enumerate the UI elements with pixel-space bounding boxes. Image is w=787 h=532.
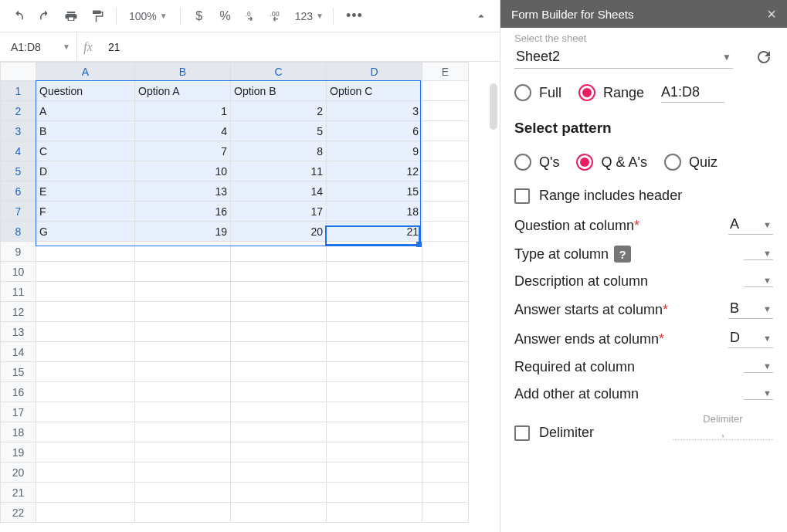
cell-E22[interactable] <box>422 503 469 523</box>
cell-A15[interactable] <box>36 362 135 382</box>
cell-E9[interactable] <box>422 242 469 262</box>
cell-B8[interactable]: 19 <box>135 222 231 242</box>
row-header-21[interactable]: 21 <box>1 483 36 503</box>
cell-A18[interactable] <box>36 422 135 442</box>
cell-B16[interactable] <box>135 382 231 402</box>
cell-C13[interactable] <box>231 322 327 342</box>
cell-C12[interactable] <box>231 302 327 322</box>
cell-C20[interactable] <box>231 463 327 483</box>
close-icon[interactable]: × <box>767 5 776 23</box>
cell-C2[interactable]: 2 <box>231 101 327 121</box>
cell-A4[interactable]: C <box>36 141 135 161</box>
cell-C14[interactable] <box>231 342 327 362</box>
more-toolbar-button[interactable]: ••• <box>341 8 368 24</box>
format-percent-button[interactable]: % <box>215 5 236 27</box>
cell-A17[interactable] <box>36 402 135 422</box>
cell-E14[interactable] <box>422 342 469 362</box>
cell-A1[interactable]: Question <box>36 81 135 101</box>
cell-A8[interactable]: G <box>36 222 135 242</box>
row-header-2[interactable]: 2 <box>1 101 36 121</box>
cell-A21[interactable] <box>36 483 135 503</box>
help-icon[interactable]: ? <box>614 246 631 263</box>
pattern-qas-radio[interactable]: Q & A's <box>576 154 646 171</box>
cell-A6[interactable]: E <box>36 181 135 202</box>
cell-D8[interactable]: 21 <box>327 222 422 242</box>
row-header-20[interactable]: 20 <box>1 463 36 483</box>
cell-D6[interactable]: 15 <box>327 181 422 202</box>
cell-A22[interactable] <box>36 503 135 523</box>
includes-header-checkbox[interactable]: Range includes header <box>514 188 773 204</box>
cell-A3[interactable]: B <box>36 121 135 141</box>
cell-B17[interactable] <box>135 402 231 422</box>
cell-D9[interactable] <box>327 242 422 262</box>
cell-E8[interactable] <box>422 222 469 242</box>
cell-C8[interactable]: 20 <box>231 222 327 242</box>
cell-E15[interactable] <box>422 362 469 382</box>
cell-E19[interactable] <box>422 442 469 463</box>
cell-B20[interactable] <box>135 463 231 483</box>
cell-C18[interactable] <box>231 422 327 442</box>
row-header-6[interactable]: 6 <box>1 181 36 202</box>
col-header-E[interactable]: E <box>422 63 469 81</box>
cell-E1[interactable] <box>422 81 469 101</box>
cell-A13[interactable] <box>36 322 135 342</box>
row-header-8[interactable]: 8 <box>1 222 36 242</box>
cell-E21[interactable] <box>422 483 469 503</box>
cell-C15[interactable] <box>231 362 327 382</box>
cell-D12[interactable] <box>327 302 422 322</box>
pattern-quiz-radio[interactable]: Quiz <box>664 154 717 171</box>
cell-E4[interactable] <box>422 141 469 161</box>
cell-B21[interactable] <box>135 483 231 503</box>
row-header-4[interactable]: 4 <box>1 141 36 161</box>
cell-E17[interactable] <box>422 402 469 422</box>
row-header-9[interactable]: 9 <box>1 242 36 262</box>
row-header-13[interactable]: 13 <box>1 322 36 342</box>
cell-E10[interactable] <box>422 262 469 282</box>
cell-A10[interactable] <box>36 262 135 282</box>
cell-B13[interactable] <box>135 322 231 342</box>
paint-format-button[interactable] <box>87 5 108 27</box>
cell-B7[interactable]: 16 <box>135 202 231 222</box>
cell-A12[interactable] <box>36 302 135 322</box>
redo-button[interactable] <box>34 5 56 27</box>
cell-E16[interactable] <box>422 382 469 402</box>
cell-C5[interactable]: 11 <box>231 161 327 181</box>
cell-E2[interactable] <box>422 101 469 121</box>
row-header-16[interactable]: 16 <box>1 382 36 402</box>
cell-B4[interactable]: 7 <box>135 141 231 161</box>
cell-A5[interactable]: D <box>36 161 135 181</box>
answer-start-select[interactable]: B▼ <box>728 300 773 319</box>
vertical-scrollbar[interactable] <box>490 83 497 130</box>
cell-E18[interactable] <box>422 422 469 442</box>
cell-C10[interactable] <box>231 262 327 282</box>
cell-C1[interactable]: Option B <box>231 81 327 101</box>
cell-A14[interactable] <box>36 342 135 362</box>
cell-B22[interactable] <box>135 503 231 523</box>
cell-D19[interactable] <box>327 442 422 463</box>
range-input[interactable] <box>661 83 724 103</box>
row-header-7[interactable]: 7 <box>1 202 36 222</box>
number-format-dropdown[interactable]: 123▼ <box>293 10 325 22</box>
cell-D1[interactable]: Option C <box>327 81 422 101</box>
mode-range-radio[interactable]: Range <box>578 84 644 101</box>
cell-E6[interactable] <box>422 181 469 202</box>
formula-input[interactable]: 21 <box>99 41 500 53</box>
cell-C11[interactable] <box>231 282 327 302</box>
col-header-A[interactable]: A <box>36 63 135 81</box>
row-header-5[interactable]: 5 <box>1 161 36 181</box>
cell-D14[interactable] <box>327 342 422 362</box>
sheet-select[interactable]: Sheet2▼ <box>514 46 733 69</box>
select-all-corner[interactable] <box>1 63 36 81</box>
cell-A7[interactable]: F <box>36 202 135 222</box>
row-header-12[interactable]: 12 <box>1 302 36 322</box>
cell-D17[interactable] <box>327 402 422 422</box>
cell-E7[interactable] <box>422 202 469 222</box>
cell-B18[interactable] <box>135 422 231 442</box>
cell-B1[interactable]: Option A <box>135 81 231 101</box>
delimiter-value[interactable]: , <box>673 425 773 440</box>
cell-B15[interactable] <box>135 362 231 382</box>
question-col-select[interactable]: A▼ <box>728 216 773 235</box>
decrease-decimal-button[interactable]: .0 <box>241 5 263 27</box>
cell-D13[interactable] <box>327 322 422 342</box>
cell-C3[interactable]: 5 <box>231 121 327 141</box>
